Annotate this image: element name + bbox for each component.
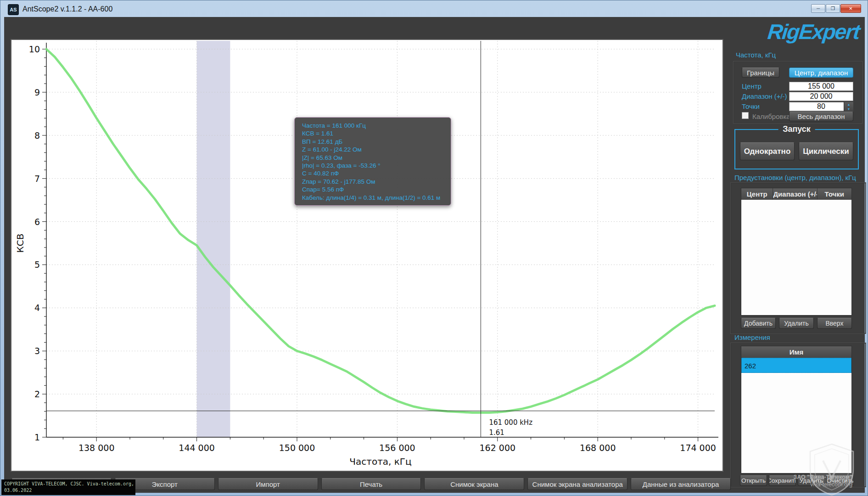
title-bar: AS AntScope2 v.1.1.2 - AA-600 ─ ❐ ✕ [0, 0, 868, 17]
presets-button-1[interactable]: Удалить [779, 318, 814, 329]
run-single-button[interactable]: Однократно [740, 142, 795, 160]
points-stepper: ▲ ▼ [789, 102, 853, 111]
run-cyclic-button[interactable]: Циклически [799, 142, 853, 160]
swr-plot-svg: 12345678910138 000144 000150 000156 0001… [11, 40, 722, 471]
toolbar-button-6[interactable]: Данные из анализатора [631, 478, 731, 490]
measurement-row[interactable]: 262 [741, 358, 851, 373]
swr-chart[interactable]: 12345678910138 000144 000150 000156 0001… [11, 39, 723, 472]
presets-button-0[interactable]: Добавить [741, 318, 776, 329]
window-controls: ─ ❐ ✕ [811, 4, 861, 13]
measurements-section-label: Измерения [734, 333, 770, 341]
copyright-watermark: COPYRIGHT VIVA-TELECOM, CJSC. Viva-telec… [1, 479, 135, 495]
presets-table-body[interactable] [741, 200, 852, 316]
svg-text:138 000: 138 000 [78, 443, 115, 453]
app-window: AS AntScope2 v.1.1.2 - AA-600 ─ ❐ ✕ КСВФ… [0, 0, 868, 496]
rigexpert-logo: RigExpert [732, 20, 860, 44]
svg-text:КСВ: КСВ [15, 234, 26, 253]
span-label: Диапазон (+/-) [742, 92, 787, 101]
toolbar-button-2[interactable]: Импорт [218, 478, 318, 490]
chart-tooltip: Частота = 161 000 кГцКСВ = 1.61ВП = 12.6… [294, 117, 451, 206]
measurements-buttons: ОткрытьСохранитьУдалитьОчистить [740, 475, 856, 486]
svg-text:156 000: 156 000 [379, 443, 415, 453]
maximize-button[interactable]: ❐ [826, 4, 840, 13]
tooltip-line: Частота = 161 000 кГц [302, 122, 443, 130]
spin-up-icon[interactable]: ▲ [844, 102, 853, 107]
tooltip-line: Z = 61.00 - j24.22 Ом [302, 146, 443, 153]
run-group-title: Запуск [778, 124, 815, 134]
presets-col-2: Точки [818, 188, 851, 200]
svg-text:4: 4 [34, 303, 40, 313]
svg-text:3: 3 [34, 346, 40, 356]
run-group: Запуск ОднократноЦиклически [734, 129, 859, 169]
tab-label: ВП [15, 23, 37, 38]
tooltip-line: Zпар = 70.62 - j177.85 Ом [302, 178, 443, 186]
svg-text:9: 9 [34, 87, 40, 97]
svg-text:5: 5 [34, 259, 40, 270]
tab-label: Z=R+jX [12, 23, 34, 38]
copyright-line1: COPYRIGHT VIVA-TELECOM, CJSC. Viva-telec… [4, 481, 133, 487]
svg-text:Частота, кГц: Частота, кГц [349, 456, 411, 467]
presets-section-label: Предустановки (центр, диапазон), кГц [734, 174, 856, 181]
tab-label: Рефлектометр [17, 23, 39, 38]
points-label: Точки [742, 102, 760, 111]
copyright-line2: 03.06.2022 [4, 487, 133, 494]
app-icon: AS [8, 4, 19, 15]
spin-down-icon[interactable]: ▼ [844, 107, 853, 111]
calibration-checkbox[interactable] [742, 112, 749, 119]
svg-text:10: 10 [29, 44, 40, 54]
svg-text:174 000: 174 000 [680, 443, 716, 453]
frequency-section-label: Частота, кГц [736, 51, 776, 59]
tooltip-line: C = 40.82 пФ [302, 169, 443, 177]
svg-text:161 000 kHz: 161 000 kHz [489, 418, 532, 427]
bounds-button[interactable]: Границы [742, 68, 779, 78]
tab-label: Фаза [11, 23, 33, 38]
svg-text:150 000: 150 000 [279, 443, 315, 453]
frequency-group: Границы Центр, диапазон Центр Диапазон (… [733, 61, 862, 124]
svg-text:144 000: 144 000 [179, 443, 215, 453]
measurements-table-body[interactable]: 262 [741, 358, 852, 473]
center-label: Центр [742, 82, 762, 91]
full-range-button[interactable]: Весь диапазон [789, 112, 853, 121]
toolbar-button-4[interactable]: Снимок экрана [424, 478, 524, 490]
tooltip-line: Кабель: длина(1/4) = 0.31 м, длина(1/2) … [302, 194, 443, 202]
run-buttons: ОднократноЦиклически [740, 142, 853, 160]
measurements-button-2[interactable]: Удалить [798, 475, 825, 486]
app-content: КСВФазаZ=R+jXZ=R||+jXВПРефлектометрСмит … [4, 17, 865, 493]
measurements-button-3[interactable]: Очистить [827, 475, 854, 486]
tooltip-line: |rho| = 0.23, фаза = -53.26 ° [302, 162, 443, 169]
svg-text:1.61: 1.61 [489, 428, 504, 437]
toolbar-button-5[interactable]: Снимок экрана анализатора [527, 478, 627, 490]
tooltip-line: КСВ = 1.61 [302, 130, 443, 137]
tooltip-line: ВП = 12.61 дБ [302, 138, 443, 146]
svg-text:6: 6 [34, 217, 40, 227]
span-input[interactable] [789, 92, 853, 101]
window-title: AntScope2 v.1.1.2 - AA-600 [22, 4, 112, 15]
svg-text:162 000: 162 000 [480, 443, 516, 453]
close-button[interactable]: ✕ [840, 4, 861, 13]
tab-label: Смит [18, 23, 40, 38]
points-spin-buttons: ▲ ▼ [844, 102, 853, 111]
presets-col-1: Диапазон (+/-) [773, 188, 817, 200]
measurements-button-0[interactable]: Открыть [740, 475, 767, 486]
measurements-button-1[interactable]: Сохранить [769, 475, 796, 486]
tab-label: Z=R||+jX [14, 23, 36, 38]
svg-text:7: 7 [34, 174, 40, 184]
tab-bar: КСВФазаZ=R+jXZ=R||+jXВПРефлектометрСмит [9, 21, 17, 38]
svg-text:168 000: 168 000 [580, 443, 616, 453]
presets-col-0: Центр [741, 188, 773, 200]
measurements-table-header: Имя [741, 346, 852, 359]
presets-button-2[interactable]: Вверх [817, 318, 852, 329]
minimize-button[interactable]: ─ [811, 4, 825, 13]
measurements-name-column: Имя [741, 346, 851, 358]
presets-table-header: ЦентрДиапазон (+/-)Точки [741, 188, 852, 201]
toolbar-button-3[interactable]: Печать [321, 478, 421, 490]
svg-text:8: 8 [34, 130, 40, 141]
center-input[interactable] [789, 82, 853, 91]
tab-label: КСВ [10, 23, 32, 38]
center-span-button[interactable]: Центр, диапазон [789, 68, 853, 78]
svg-text:1: 1 [34, 432, 40, 442]
tooltip-line: Спар= 5.56 пФ [302, 186, 443, 193]
calibration-label: Калибровка [752, 112, 790, 121]
svg-text:2: 2 [34, 389, 40, 399]
tooltip-line: |Z| = 65.63 Ом [302, 154, 443, 162]
